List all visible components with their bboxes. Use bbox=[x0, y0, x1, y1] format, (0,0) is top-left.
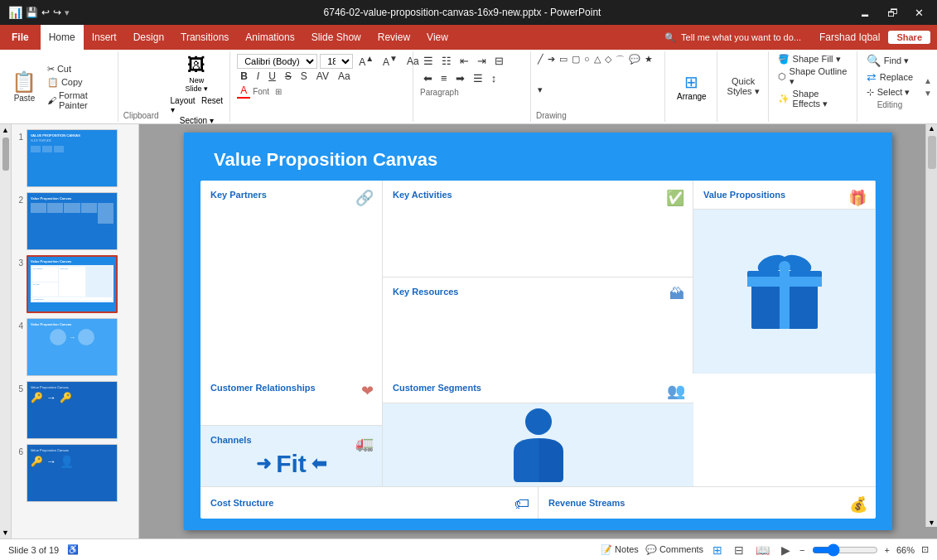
slide-scroll-thumb[interactable] bbox=[2, 138, 9, 171]
dec-indent-button[interactable]: ⇤ bbox=[456, 53, 472, 69]
slide-canvas[interactable]: Value Proposition Canvas Key Partners 🔗 … bbox=[184, 133, 892, 530]
reset-button[interactable]: Reset bbox=[201, 96, 223, 114]
slideshow-button[interactable]: ▶ bbox=[779, 542, 793, 558]
layout-button[interactable]: Layout ▾ bbox=[171, 96, 196, 114]
font-name-select[interactable]: Calibri (Body) bbox=[237, 54, 317, 69]
shape-line[interactable]: ╱ bbox=[536, 53, 545, 83]
shrink-font-button[interactable]: A▼ bbox=[379, 53, 401, 69]
columns-button[interactable]: ⊟ bbox=[491, 53, 507, 69]
slide-thumb-5[interactable]: 5 Value Proposition Canvas 🔑 → 🔑 bbox=[13, 381, 132, 439]
value-prop-header[interactable]: Value Propositions 🎁 bbox=[693, 181, 875, 210]
key-partners-cell[interactable]: Key Partners 🔗 bbox=[200, 181, 382, 374]
quick-styles-button[interactable]: QuickStyles ▾ bbox=[727, 76, 760, 97]
zoom-in-button[interactable]: + bbox=[885, 545, 890, 555]
paste-button[interactable]: 📋 Paste bbox=[7, 53, 42, 120]
canvas-scroll-down-btn[interactable]: ▼ bbox=[928, 519, 935, 527]
font-color-button[interactable]: A bbox=[237, 84, 250, 99]
redo-icon[interactable]: ↪ bbox=[53, 7, 61, 18]
shape-outline-button[interactable]: ⬡ Shape Outline ▾ bbox=[775, 65, 852, 88]
align-left-button[interactable]: ⬅ bbox=[420, 70, 436, 86]
justify-button[interactable]: ☰ bbox=[470, 70, 486, 86]
numbering-button[interactable]: ☷ bbox=[438, 53, 455, 69]
tell-me-box[interactable]: 🔍 Tell me what you want to do... bbox=[654, 32, 811, 43]
shape-rounded[interactable]: ▢ bbox=[570, 53, 582, 83]
home-menu[interactable]: Home bbox=[41, 25, 84, 50]
slide-scroll-down[interactable]: ▼ bbox=[2, 529, 9, 537]
find-button[interactable]: 🔍 Find ▾ bbox=[864, 53, 915, 68]
slide-sorter-button[interactable]: ⊟ bbox=[732, 542, 746, 558]
transitions-menu[interactable]: Transitions bbox=[172, 25, 237, 50]
undo-icon[interactable]: ↩ bbox=[41, 7, 50, 18]
key-resources-cell[interactable]: Key Resources 🏔 bbox=[383, 278, 693, 374]
save-icon[interactable]: 💾 bbox=[26, 7, 38, 18]
close-button[interactable]: ✕ bbox=[910, 5, 929, 21]
copy-button[interactable]: 📋 Copy bbox=[44, 76, 114, 89]
inc-indent-button[interactable]: ⇥ bbox=[474, 53, 490, 69]
slide-scroll-up[interactable]: ▲ bbox=[2, 126, 9, 134]
zoom-slider[interactable] bbox=[812, 543, 878, 557]
new-slide-button[interactable]: 🖼 NewSlide ▾ bbox=[179, 53, 215, 94]
align-right-button[interactable]: ➡ bbox=[452, 70, 468, 86]
channels-cell[interactable]: Channels 🚛 ➜ Fit ⬅ bbox=[200, 426, 382, 485]
grow-font-button[interactable]: A▲ bbox=[355, 53, 377, 69]
maximize-button[interactable]: 🗗 bbox=[882, 5, 903, 21]
cost-structure-cell[interactable]: Cost Structure 🏷 bbox=[200, 487, 539, 519]
shape-fill-button[interactable]: 🪣 Shape Fill ▾ bbox=[775, 53, 852, 65]
char-spacing-button[interactable]: AV bbox=[313, 70, 332, 83]
view-menu[interactable]: View bbox=[418, 25, 456, 50]
shape-arrow[interactable]: ➔ bbox=[546, 53, 557, 83]
comments-button[interactable]: 💬 Comments bbox=[645, 544, 703, 555]
ribbon-scroll-up[interactable]: ▲ bbox=[922, 75, 934, 87]
insert-menu[interactable]: Insert bbox=[84, 25, 125, 50]
underline-button[interactable]: U bbox=[265, 70, 279, 83]
slide-thumb-3[interactable]: 3 Value Proposition Canvas Key Partners … bbox=[13, 255, 132, 313]
slide-thumb-1[interactable]: 1 VALUE PROPOSITION CANVAS SLIDE TEMPLAT… bbox=[13, 129, 132, 187]
file-menu[interactable]: File bbox=[0, 25, 41, 50]
select-button[interactable]: ⊹ Select ▾ bbox=[864, 86, 915, 99]
animations-menu[interactable]: Animations bbox=[237, 25, 302, 50]
canvas-scroll-thumb-right[interactable] bbox=[928, 136, 936, 169]
shape-callout[interactable]: 💬 bbox=[627, 53, 642, 83]
canvas-scroll-up-btn[interactable]: ▲ bbox=[928, 124, 935, 133]
slide-thumb-4[interactable]: 4 Value Proposition Canvas → bbox=[13, 318, 132, 376]
italic-button[interactable]: I bbox=[254, 70, 263, 83]
replace-button[interactable]: ⇄ Replace bbox=[864, 70, 915, 84]
shape-rect[interactable]: ▭ bbox=[558, 53, 569, 83]
normal-view-button[interactable]: ⊞ bbox=[710, 542, 725, 558]
shape-triangle[interactable]: △ bbox=[592, 53, 602, 83]
customer-seg-header[interactable]: Customer Segments 👥 bbox=[383, 374, 693, 403]
fit-slide-button[interactable]: ⊡ bbox=[921, 544, 929, 555]
reading-view-button[interactable]: 📖 bbox=[753, 542, 772, 558]
slide-thumb-6[interactable]: 6 Value Proposition Canvas 🔑 → 👤 bbox=[13, 444, 132, 502]
key-activities-cell[interactable]: Key Activities ✅ bbox=[383, 181, 693, 278]
slideshow-menu[interactable]: Slide Show bbox=[303, 25, 369, 50]
font-size-select[interactable]: 18 bbox=[320, 54, 353, 69]
line-spacing-button[interactable]: ↕ bbox=[488, 70, 500, 86]
shape-star[interactable]: ★ bbox=[643, 53, 654, 83]
shape-more[interactable]: ▾ bbox=[536, 84, 544, 112]
review-menu[interactable]: Review bbox=[369, 25, 418, 50]
design-menu[interactable]: Design bbox=[125, 25, 172, 50]
notes-button[interactable]: 📝 Notes bbox=[601, 544, 639, 555]
font-expand[interactable]: ⊞ bbox=[275, 87, 282, 96]
change-case-button[interactable]: Aa bbox=[335, 70, 354, 83]
minimize-button[interactable]: 🗕 bbox=[855, 5, 876, 21]
arrange-button[interactable]: ⊞ Arrange bbox=[672, 69, 712, 104]
align-center-button[interactable]: ≡ bbox=[437, 70, 451, 86]
format-painter-button[interactable]: 🖌 Format Painter bbox=[44, 89, 114, 111]
shape-circle[interactable]: ○ bbox=[582, 53, 592, 83]
zoom-level[interactable]: 66% bbox=[896, 545, 915, 555]
shape-diamond[interactable]: ◇ bbox=[603, 53, 613, 83]
zoom-out-button[interactable]: − bbox=[799, 545, 804, 555]
shape-effects-button[interactable]: ✨ Shape Effects ▾ bbox=[775, 88, 852, 110]
customer-rel-cell[interactable]: Customer Relationships ❤ bbox=[200, 374, 382, 426]
share-button[interactable]: Share bbox=[888, 31, 930, 44]
strikethrough-button[interactable]: S bbox=[282, 70, 295, 83]
text-shadow-button[interactable]: S bbox=[297, 70, 311, 83]
cut-button[interactable]: ✂ Cut bbox=[44, 63, 114, 75]
tell-me-text[interactable]: Tell me what you want to do... bbox=[681, 32, 801, 42]
slide-thumb-2[interactable]: 2 Value Proposition Canvas bbox=[13, 192, 132, 250]
shape-curve[interactable]: ⌒ bbox=[614, 53, 626, 83]
revenue-streams-cell[interactable]: Revenue Streams 💰 bbox=[539, 487, 876, 519]
bullets-button[interactable]: ☰ bbox=[420, 53, 437, 69]
